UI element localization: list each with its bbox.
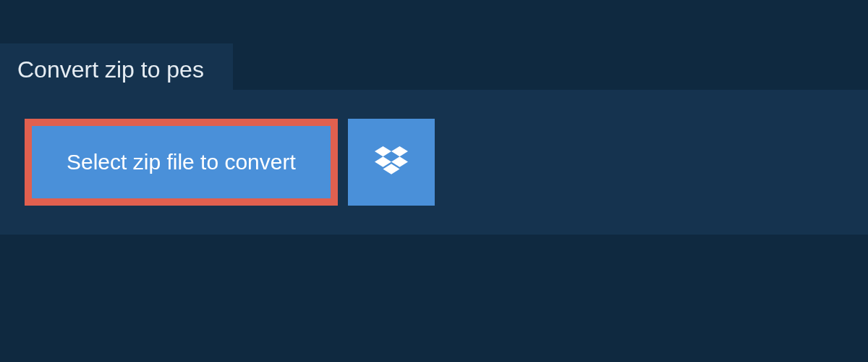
dropbox-button[interactable] bbox=[348, 119, 435, 206]
select-file-button[interactable]: Select zip file to convert bbox=[25, 119, 338, 206]
tab-title: Convert zip to pes bbox=[17, 56, 204, 83]
select-file-label: Select zip file to convert bbox=[67, 150, 296, 174]
tab-convert[interactable]: Convert zip to pes bbox=[0, 43, 233, 96]
upload-panel: Select zip file to convert bbox=[0, 90, 868, 235]
dropbox-icon bbox=[375, 144, 408, 180]
